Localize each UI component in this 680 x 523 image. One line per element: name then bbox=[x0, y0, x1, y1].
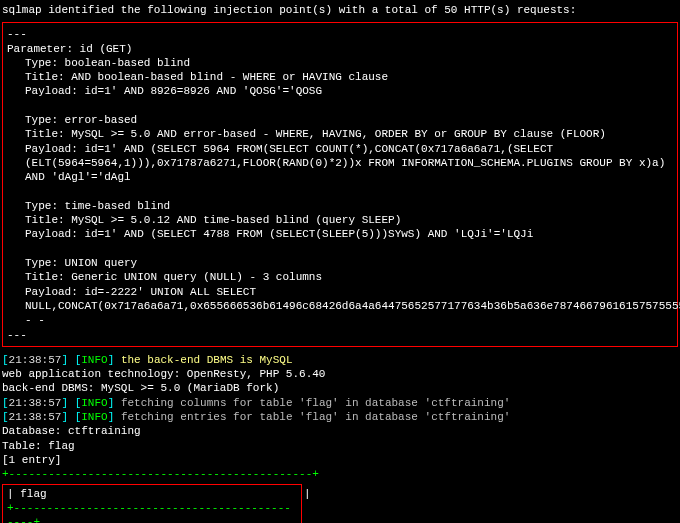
inj-payload-0: Payload: id=1' AND 8926=8926 AND 'QOSG'=… bbox=[7, 84, 673, 98]
log-line: [21:38:57] [INFO] fetching entries for t… bbox=[2, 410, 678, 424]
log-area: [21:38:57] [INFO] the back-end DBMS is M… bbox=[2, 353, 678, 467]
inj-title-0: Title: AND boolean-based blind - WHERE o… bbox=[7, 70, 673, 84]
log-line: [1 entry] bbox=[2, 453, 678, 467]
log-line: web application technology: OpenResty, P… bbox=[2, 367, 678, 381]
injection-box: --- Parameter: id (GET) Type: boolean-ba… bbox=[2, 22, 678, 347]
intro-line: sqlmap identified the following injectio… bbox=[2, 2, 678, 20]
inj-type-1: Type: error-based bbox=[7, 113, 673, 127]
inj-type-3: Type: UNION query bbox=[7, 256, 673, 270]
table-header: | flag | bbox=[7, 487, 297, 501]
log-line: back-end DBMS: MySQL >= 5.0 (MariaDB for… bbox=[2, 381, 678, 395]
dashes-top: --- bbox=[7, 27, 673, 41]
inj-title-2: Title: MySQL >= 5.0.12 AND time-based bl… bbox=[7, 213, 673, 227]
inj-payload-2: Payload: id=1' AND (SELECT 4788 FROM (SE… bbox=[7, 227, 673, 241]
inj-title-3: Title: Generic UNION query (NULL) - 3 co… bbox=[7, 270, 673, 284]
log-line: Table: flag bbox=[2, 439, 678, 453]
table-mid-dash: +---------------------------------------… bbox=[7, 501, 297, 523]
inj-payload-3: Payload: id=-2222' UNION ALL SELECT NULL… bbox=[7, 285, 673, 328]
log-line: Database: ctftraining bbox=[2, 424, 678, 438]
log-line: [21:38:57] [INFO] the back-end DBMS is M… bbox=[2, 353, 678, 367]
inj-title-1: Title: MySQL >= 5.0 AND error-based - WH… bbox=[7, 127, 673, 141]
log-line: [21:38:57] [INFO] fetching columns for t… bbox=[2, 396, 678, 410]
inj-type-0: Type: boolean-based blind bbox=[7, 56, 673, 70]
table-top-dash: +---------------------------------------… bbox=[2, 467, 678, 481]
dashes-bot: --- bbox=[7, 328, 673, 342]
inj-type-2: Type: time-based blind bbox=[7, 199, 673, 213]
flag-table-box: | flag | +------------------------------… bbox=[2, 484, 302, 524]
parameter-line: Parameter: id (GET) bbox=[7, 42, 673, 56]
inj-payload-1: Payload: id=1' AND (SELECT 5964 FROM(SEL… bbox=[7, 142, 673, 185]
